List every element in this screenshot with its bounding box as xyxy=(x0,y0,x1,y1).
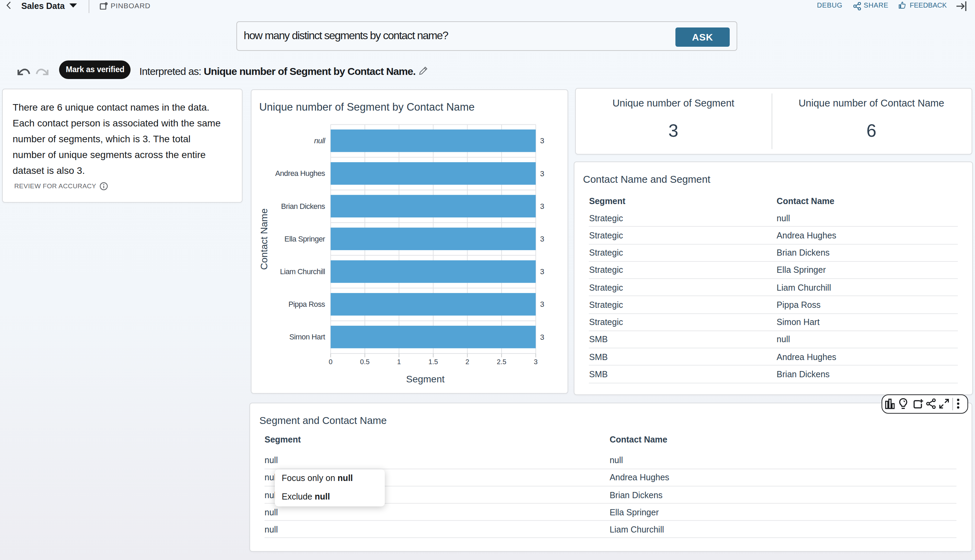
svg-text:3: 3 xyxy=(540,202,544,210)
svg-text:3: 3 xyxy=(540,300,544,308)
svg-text:0: 0 xyxy=(328,358,332,365)
svg-text:Liam Churchill: Liam Churchill xyxy=(280,267,325,275)
svg-text:Andrea Hughes: Andrea Hughes xyxy=(275,169,325,178)
svg-text:2.5: 2.5 xyxy=(497,358,507,365)
svg-text:Ella Springer: Ella Springer xyxy=(284,234,325,243)
svg-text:2: 2 xyxy=(465,358,469,365)
svg-text:3: 3 xyxy=(540,333,544,341)
svg-text:3: 3 xyxy=(540,267,544,276)
svg-text:3: 3 xyxy=(540,137,544,145)
svg-text:1: 1 xyxy=(397,358,401,365)
svg-text:Brian Dickens: Brian Dickens xyxy=(281,202,325,210)
svg-text:0.5: 0.5 xyxy=(360,358,370,365)
svg-text:3: 3 xyxy=(540,169,544,178)
svg-text:Pippa Ross: Pippa Ross xyxy=(288,300,325,308)
svg-text:3: 3 xyxy=(540,234,544,243)
svg-text:null: null xyxy=(314,136,326,145)
svg-text:3: 3 xyxy=(533,358,537,365)
svg-text:Segment: Segment xyxy=(406,373,445,384)
svg-text:Contact Name: Contact Name xyxy=(259,208,269,270)
svg-text:Simon Hart: Simon Hart xyxy=(289,333,325,341)
svg-text:1.5: 1.5 xyxy=(428,358,438,365)
